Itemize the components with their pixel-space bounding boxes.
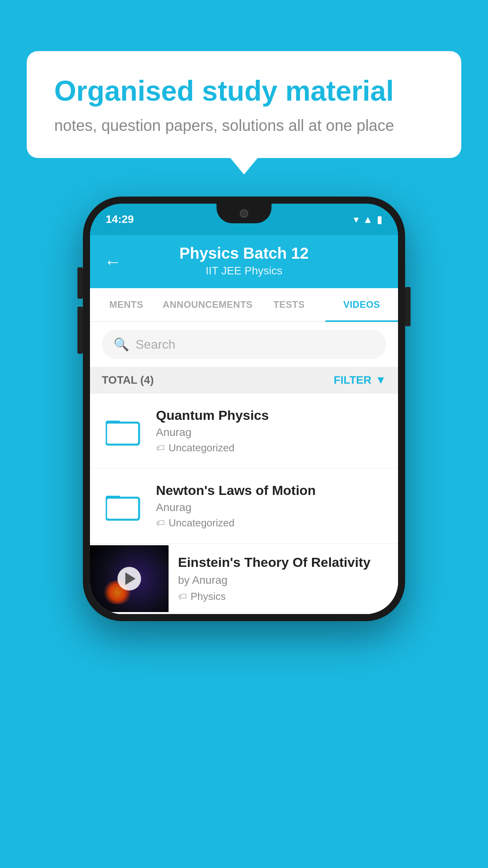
total-count: TOTAL (4) (102, 374, 154, 386)
tab-videos[interactable]: VIDEOS (325, 288, 398, 321)
video-tag: 🏷 Uncategorized (156, 517, 386, 529)
svg-rect-5 (106, 498, 139, 519)
signal-icon: ▲ (363, 213, 373, 226)
svg-rect-2 (106, 423, 139, 444)
status-time: 14:29 (106, 213, 134, 226)
tag-icon: 🏷 (156, 518, 165, 528)
camera-dot (240, 209, 248, 218)
back-button[interactable]: ← (104, 252, 121, 272)
folder-icon (106, 490, 141, 522)
video-tag: 🏷 Physics (178, 590, 389, 603)
search-icon: 🔍 (114, 337, 129, 352)
folder-icon-wrapper (102, 409, 145, 452)
video-tag: 🏷 Uncategorized (156, 442, 386, 454)
filter-icon: ▼ (375, 374, 386, 386)
video-info: Quantum Physics Anurag 🏷 Uncategorized (156, 408, 386, 454)
phone-outer: 14:29 ▾ ▲ ▮ ← Physics Batch 12 IIT JEE P… (83, 197, 405, 621)
folder-icon-wrapper (102, 484, 145, 528)
list-item[interactable]: Newton's Laws of Motion Anurag 🏷 Uncateg… (90, 469, 398, 544)
play-icon (125, 572, 136, 585)
list-item[interactable]: Einstein's Theory Of Relativity by Anura… (90, 544, 398, 614)
speech-bubble-container: Organised study material notes, question… (27, 51, 461, 158)
header-title: Physics Batch 12 (106, 245, 382, 262)
video-info: Newton's Laws of Motion Anurag 🏷 Uncateg… (156, 483, 386, 529)
volume-up-button (77, 267, 83, 299)
power-button (405, 287, 411, 326)
video-author: Anurag (156, 501, 386, 514)
volume-down-button (77, 307, 83, 354)
search-input[interactable]: Search (136, 337, 175, 352)
header-subtitle: IIT JEE Physics (106, 265, 382, 277)
status-bar: 14:29 ▾ ▲ ▮ (90, 204, 398, 235)
wifi-icon: ▾ (354, 213, 359, 226)
bubble-title: Organised study material (54, 75, 434, 107)
video-info: Einstein's Theory Of Relativity by Anura… (169, 544, 398, 614)
app-content: 🔍 Search TOTAL (4) FILTER ▼ (90, 322, 398, 614)
folder-icon (106, 415, 141, 447)
video-author: by Anurag (178, 574, 389, 587)
tab-ments[interactable]: MENTS (90, 288, 163, 321)
search-bar-wrapper: 🔍 Search (90, 322, 398, 367)
video-author: Anurag (156, 426, 386, 439)
video-thumbnail (90, 545, 169, 612)
video-title: Einstein's Theory Of Relativity (178, 555, 389, 570)
filter-label: FILTER (334, 374, 371, 386)
video-title: Quantum Physics (156, 408, 386, 423)
app-header: ← Physics Batch 12 IIT JEE Physics (90, 235, 398, 288)
tab-announcements[interactable]: ANNOUNCEMENTS (163, 288, 253, 321)
tabs-bar: MENTS ANNOUNCEMENTS TESTS VIDEOS (90, 288, 398, 322)
play-button[interactable] (117, 567, 141, 590)
tab-tests[interactable]: TESTS (253, 288, 325, 321)
bubble-subtitle: notes, question papers, solutions all at… (54, 117, 434, 134)
speech-bubble: Organised study material notes, question… (27, 51, 461, 158)
search-bar[interactable]: 🔍 Search (102, 330, 386, 359)
phone-screen: 14:29 ▾ ▲ ▮ ← Physics Batch 12 IIT JEE P… (90, 204, 398, 614)
filter-bar: TOTAL (4) FILTER ▼ (90, 367, 398, 394)
tag-icon: 🏷 (156, 443, 165, 453)
filter-button[interactable]: FILTER ▼ (334, 374, 386, 386)
status-icons: ▾ ▲ ▮ (354, 213, 382, 226)
video-title: Newton's Laws of Motion (156, 483, 386, 498)
tag-icon: 🏷 (178, 592, 187, 602)
notch (216, 204, 272, 223)
video-list: Quantum Physics Anurag 🏷 Uncategorized (90, 394, 398, 614)
phone-wrapper: 14:29 ▾ ▲ ▮ ← Physics Batch 12 IIT JEE P… (83, 197, 405, 621)
list-item[interactable]: Quantum Physics Anurag 🏷 Uncategorized (90, 394, 398, 469)
battery-icon: ▮ (377, 213, 382, 226)
